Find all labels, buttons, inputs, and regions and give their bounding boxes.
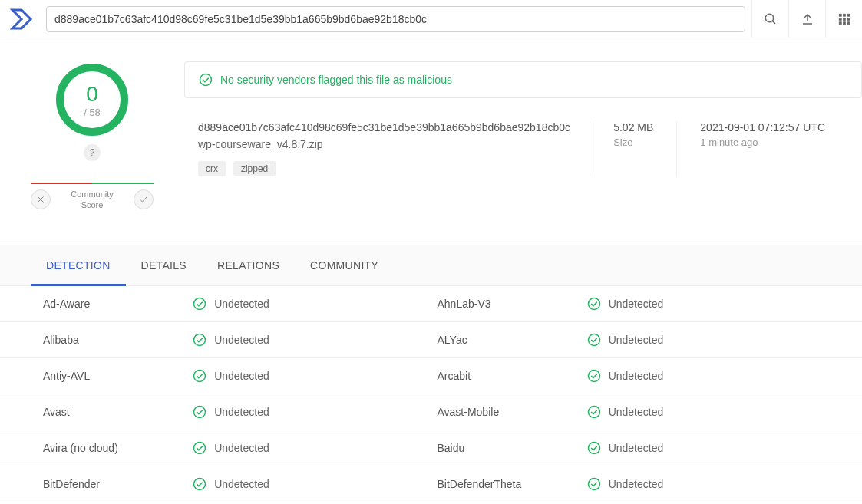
detection-result: Undetected	[587, 333, 831, 347]
tag[interactable]: crx	[198, 161, 226, 176]
detection-cell: BitDefenderUndetected	[43, 477, 438, 491]
svg-point-26	[194, 478, 206, 489]
vote-up-button[interactable]	[134, 189, 154, 209]
file-name: wp-courseware_v4.8.7.zip	[198, 138, 590, 150]
result-text: Undetected	[609, 370, 664, 382]
check-circle-icon	[587, 333, 601, 347]
svg-line-1	[772, 21, 775, 24]
file-meta: d889ace01b7c63afc410d98c69fe5c31be1d5e39…	[184, 121, 862, 176]
upload-button[interactable]	[788, 0, 825, 38]
svg-point-0	[765, 14, 774, 22]
check-circle-icon	[587, 477, 601, 491]
detail-column: No security vendors flagged this file as…	[184, 61, 862, 211]
community-score-label: Community Score	[54, 189, 130, 211]
vendor-name: Alibaba	[43, 334, 193, 346]
svg-rect-8	[839, 21, 841, 24]
result-text: Undetected	[609, 478, 664, 490]
check-circle-icon	[193, 477, 206, 491]
size-label: Size	[613, 137, 653, 148]
svg-point-27	[588, 478, 599, 489]
result-text: Undetected	[609, 442, 664, 454]
tab-relations[interactable]: RELATIONS	[202, 245, 295, 285]
check-circle-icon	[587, 441, 601, 455]
result-text: Undetected	[214, 478, 269, 490]
svg-point-19	[588, 334, 599, 345]
vendor-name: ALYac	[438, 334, 587, 346]
result-text: Undetected	[609, 406, 664, 418]
result-text: Undetected	[609, 334, 664, 346]
check-circle-icon	[193, 333, 206, 347]
banner-text: No security vendors flagged this file as…	[220, 74, 452, 86]
detection-cell: BaiduUndetected	[438, 441, 832, 455]
score-denominator: / 58	[84, 107, 101, 118]
logo[interactable]	[6, 4, 37, 35]
detection-result: Undetected	[193, 297, 437, 311]
svg-rect-5	[839, 18, 841, 20]
score-numerator: 0	[86, 82, 98, 107]
tag[interactable]: zipped	[233, 161, 276, 176]
svg-rect-4	[847, 14, 849, 16]
search-button[interactable]	[751, 0, 788, 38]
svg-rect-6	[843, 18, 845, 20]
svg-rect-2	[839, 14, 841, 16]
check-circle-icon	[587, 297, 601, 311]
check-circle-icon	[193, 441, 206, 455]
svg-point-24	[194, 442, 206, 453]
detection-result: Undetected	[193, 369, 437, 383]
table-row: AlibabaUndetectedALYacUndetected	[0, 322, 862, 358]
svg-point-17	[588, 298, 599, 309]
table-row: Ad-AwareUndetectedAhnLab-V3Undetected	[0, 286, 862, 322]
apps-button[interactable]	[825, 0, 862, 38]
svg-rect-9	[843, 21, 845, 24]
check-circle-icon	[587, 405, 601, 419]
detection-result: Undetected	[587, 441, 831, 455]
svg-rect-10	[847, 21, 849, 24]
result-text: Undetected	[609, 298, 664, 310]
svg-point-15	[200, 74, 212, 86]
check-circle-icon	[199, 73, 213, 87]
search-container	[46, 6, 745, 32]
svg-point-16	[194, 298, 206, 309]
table-row: AvastUndetectedAvast-MobileUndetected	[0, 394, 862, 430]
svg-point-22	[194, 406, 206, 417]
file-tags: crx zipped	[198, 161, 590, 176]
detection-result: Undetected	[193, 333, 437, 347]
detection-result: Undetected	[587, 477, 831, 491]
table-row: Avira (no cloud)UndetectedBaiduUndetecte…	[0, 430, 862, 466]
detection-cell: ArcabitUndetected	[438, 369, 832, 383]
tab-community[interactable]: COMMUNITY	[295, 245, 394, 285]
time-label: 1 minute ago	[700, 137, 825, 148]
tab-details[interactable]: DETAILS	[126, 245, 202, 285]
result-text: Undetected	[214, 442, 269, 454]
detection-result: Undetected	[587, 369, 831, 383]
detection-cell: AlibabaUndetected	[43, 333, 438, 347]
vendor-name: BitDefender	[43, 478, 193, 490]
score-ring: 0 / 58	[54, 61, 130, 138]
svg-point-23	[588, 406, 599, 417]
file-hash: d889ace01b7c63afc410d98c69fe5c31be1d5e39…	[198, 121, 590, 133]
tab-detection[interactable]: DETECTION	[31, 245, 126, 285]
check-circle-icon	[193, 369, 206, 383]
svg-point-25	[588, 442, 599, 453]
svg-point-21	[588, 370, 599, 381]
detection-cell: Avast-MobileUndetected	[438, 405, 832, 419]
detection-result: Undetected	[193, 477, 437, 491]
vote-down-button[interactable]	[31, 189, 51, 209]
check-circle-icon	[193, 405, 206, 419]
detection-result: Undetected	[193, 441, 437, 455]
svg-rect-3	[843, 14, 845, 16]
detection-cell: AvastUndetected	[43, 405, 438, 419]
check-circle-icon	[193, 297, 206, 311]
detection-cell: Antiy-AVLUndetected	[43, 369, 438, 383]
table-row: BitDefenderUndetectedBitDefenderThetaUnd…	[0, 466, 862, 502]
tab-bar: DETECTION DETAILS RELATIONS COMMUNITY	[0, 245, 862, 286]
search-input[interactable]	[54, 13, 737, 25]
size-block: 5.02 MB Size	[590, 121, 676, 176]
community-meter	[31, 183, 154, 184]
topbar	[0, 0, 862, 38]
result-text: Undetected	[214, 334, 269, 346]
result-text: Undetected	[214, 298, 269, 310]
score-column: 0 / 58 ? Community Score	[31, 61, 154, 211]
status-banner: No security vendors flagged this file as…	[184, 61, 862, 98]
help-icon[interactable]: ?	[84, 144, 101, 161]
